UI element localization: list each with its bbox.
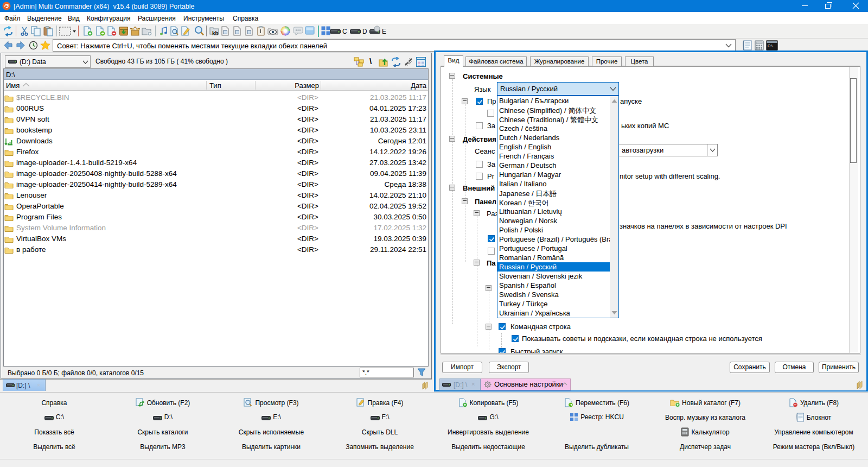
svg-text:kb: kb xyxy=(212,30,219,36)
svg-text:C:\.: C:\. xyxy=(768,44,774,48)
